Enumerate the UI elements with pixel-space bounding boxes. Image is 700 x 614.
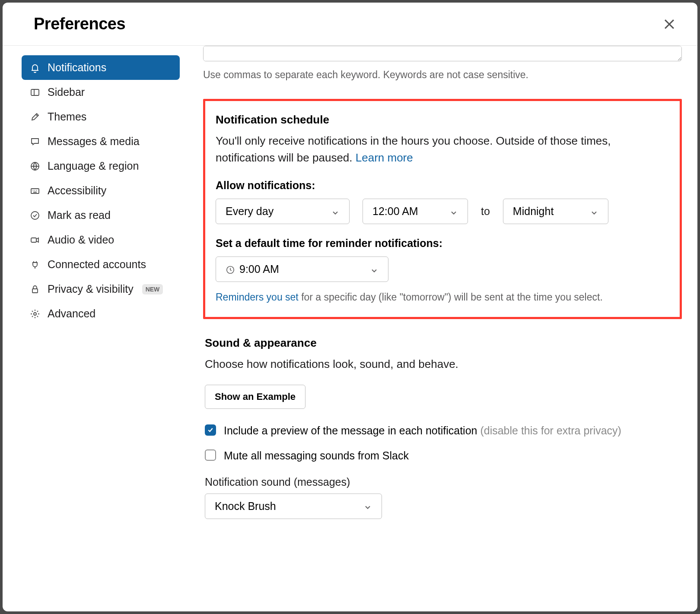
- sidebar-item-notifications[interactable]: Notifications: [22, 55, 180, 80]
- sound-title: Sound & appearance: [205, 336, 680, 350]
- frequency-select[interactable]: Every day: [216, 199, 350, 224]
- default-time-value: 9:00 AM: [239, 263, 279, 275]
- sidebar-item-audio-video[interactable]: Audio & video: [22, 228, 180, 252]
- new-badge: NEW: [142, 284, 163, 294]
- sidebar-item-label: Notifications: [48, 61, 106, 74]
- content-pane: Use commas to separate each keyword. Key…: [193, 46, 697, 611]
- notification-sound-select[interactable]: Knock Brush: [205, 494, 382, 519]
- notification-sound-label: Notification sound (messages): [205, 476, 680, 488]
- sidebar-item-label: Privacy & visibility: [48, 283, 134, 295]
- default-time-select[interactable]: 9:00 AM: [216, 256, 388, 282]
- svg-point-4: [31, 212, 39, 219]
- sidebar-item-sidebar[interactable]: Sidebar: [22, 80, 180, 104]
- check-circle-icon: [29, 210, 41, 221]
- frequency-value: Every day: [226, 205, 274, 218]
- end-time-select[interactable]: Midnight: [503, 199, 608, 224]
- sound-appearance-section: Sound & appearance Choose how notificati…: [203, 336, 682, 519]
- sidebar-item-label: Mark as read: [48, 209, 111, 222]
- learn-more-link[interactable]: Learn more: [356, 151, 413, 164]
- sidebar-item-advanced[interactable]: Advanced: [22, 301, 180, 326]
- sidebar-item-label: Themes: [48, 111, 86, 123]
- modal-body: Notifications Sidebar Themes Messages & …: [3, 46, 697, 611]
- chevron-down-icon: [590, 207, 598, 216]
- sidebar-item-accessibility[interactable]: Accessibility: [22, 178, 180, 203]
- close-icon: [662, 17, 677, 32]
- sound-description: Choose how notifications look, sound, an…: [205, 356, 680, 373]
- sidebar-item-privacy[interactable]: Privacy & visibility NEW: [22, 277, 180, 301]
- chevron-down-icon: [449, 207, 458, 216]
- svg-rect-5: [31, 238, 36, 242]
- end-time-value: Midnight: [513, 205, 554, 218]
- chevron-down-icon: [363, 502, 372, 510]
- sidebar-item-mark-read[interactable]: Mark as read: [22, 203, 180, 228]
- mute-checkbox[interactable]: [205, 449, 216, 461]
- sidebar-item-language[interactable]: Language & region: [22, 154, 180, 178]
- chevron-down-icon: [370, 265, 379, 274]
- reminders-link[interactable]: Reminders you set: [216, 291, 299, 303]
- default-time-label: Set a default time for reminder notifica…: [216, 237, 669, 250]
- brush-icon: [29, 111, 41, 123]
- mute-checkbox-row: Mute all messaging sounds from Slack: [205, 448, 680, 463]
- to-label: to: [481, 205, 490, 218]
- svg-rect-6: [32, 289, 38, 293]
- start-time-value: 12:00 AM: [372, 205, 418, 218]
- svg-rect-0: [31, 89, 39, 95]
- modal-title: Preferences: [34, 15, 125, 33]
- modal-header: Preferences: [3, 3, 697, 46]
- notification-schedule-section: Notification schedule You'll only receiv…: [203, 99, 682, 319]
- lock-icon: [29, 284, 41, 295]
- start-time-select[interactable]: 12:00 AM: [363, 199, 468, 224]
- keyboard-icon: [29, 185, 41, 196]
- svg-point-7: [34, 313, 36, 315]
- allow-notifications-label: Allow notifications:: [216, 179, 669, 192]
- sidebar-item-label: Connected accounts: [48, 258, 146, 271]
- sidebar-item-messages[interactable]: Messages & media: [22, 129, 180, 154]
- sidebar-icon: [29, 87, 41, 98]
- check-icon: [207, 427, 214, 434]
- preferences-modal: Preferences Notifications Sidebar Themes…: [3, 3, 697, 611]
- sidebar-item-themes[interactable]: Themes: [22, 104, 180, 129]
- preview-label: Include a preview of the message in each…: [224, 423, 621, 438]
- close-button[interactable]: [662, 17, 677, 32]
- sidebar-item-label: Audio & video: [48, 234, 114, 246]
- clock-icon: [226, 265, 235, 274]
- show-example-button[interactable]: Show an Example: [205, 385, 305, 409]
- mute-label: Mute all messaging sounds from Slack: [224, 448, 409, 463]
- globe-icon: [29, 161, 41, 172]
- reminder-hint: Reminders you set for a specific day (li…: [216, 291, 669, 303]
- sidebar-item-label: Sidebar: [48, 86, 85, 98]
- notification-sound-value: Knock Brush: [215, 500, 276, 513]
- preview-checkbox[interactable]: [205, 424, 216, 436]
- sidebar-item-label: Language & region: [48, 160, 139, 172]
- sidebar-item-connected[interactable]: Connected accounts: [22, 252, 180, 277]
- svg-rect-3: [31, 189, 39, 193]
- sidebar-item-label: Messages & media: [48, 135, 140, 148]
- sidebar: Notifications Sidebar Themes Messages & …: [3, 46, 193, 611]
- gear-icon: [29, 308, 41, 320]
- chevron-down-icon: [331, 207, 340, 216]
- plug-icon: [29, 259, 41, 270]
- bell-icon: [29, 62, 41, 73]
- keywords-input[interactable]: [203, 46, 682, 61]
- schedule-description: You'll only receive notifications in the…: [216, 133, 669, 166]
- video-icon: [29, 234, 41, 246]
- message-icon: [29, 136, 41, 147]
- sidebar-item-label: Accessibility: [48, 184, 106, 197]
- preview-checkbox-row: Include a preview of the message in each…: [205, 423, 680, 438]
- keywords-helper: Use commas to separate each keyword. Key…: [203, 69, 682, 81]
- schedule-title: Notification schedule: [216, 113, 669, 127]
- sidebar-item-label: Advanced: [48, 307, 95, 320]
